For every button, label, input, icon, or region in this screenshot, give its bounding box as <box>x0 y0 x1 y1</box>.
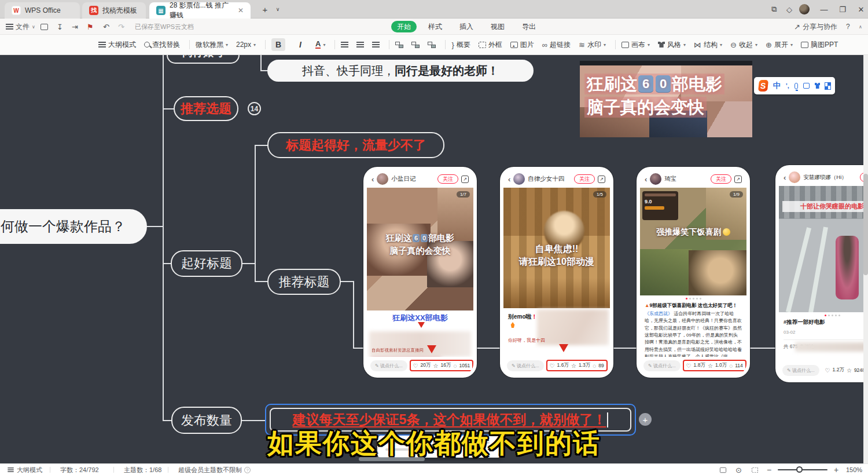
share-icon[interactable]: ↗ <box>734 176 742 183</box>
phone-screenshot-3[interactable]: ‹ 琦宝 关注 ↗ 9.0 1/9 <box>637 167 750 378</box>
collapse-button[interactable]: ⊖收起▾ <box>730 40 757 50</box>
zoom-level[interactable]: 150% <box>846 464 862 475</box>
new-tab-button[interactable]: + <box>259 0 271 19</box>
canvas-button[interactable]: 画布▾ <box>621 40 650 50</box>
like-icon[interactable]: ♡ <box>686 363 692 369</box>
align-center-button[interactable] <box>356 44 364 45</box>
collect-icon[interactable]: ☆ <box>571 363 576 369</box>
menu-start[interactable]: 开始 <box>391 21 417 32</box>
navigator-button[interactable] <box>751 464 759 475</box>
expand-button[interactable]: ⊕展开▾ <box>766 40 793 50</box>
save-button[interactable] <box>41 19 48 35</box>
node-root[interactable]: 何做一个爆款作品？ <box>0 209 147 244</box>
collect-icon[interactable]: ☆ <box>708 363 713 369</box>
node-good-title[interactable]: 起好标题 <box>171 250 242 277</box>
zoom-slider-knob[interactable] <box>796 466 803 473</box>
share-button[interactable]: ↗ 分享与协作 <box>794 19 837 35</box>
export-button[interactable]: ⇥ <box>72 19 78 35</box>
username[interactable]: 琦宝 <box>664 175 708 183</box>
menu-style[interactable]: 样式 <box>422 21 448 32</box>
font-family-select[interactable]: 微软雅黑▾ <box>196 40 228 50</box>
comment-input[interactable]: ✎ 说点什么... <box>782 365 819 376</box>
comment-input[interactable]: ✎ 说点什么... <box>370 360 407 371</box>
split-view-icon[interactable]: ⧉ <box>768 0 780 19</box>
avatar[interactable] <box>513 173 525 185</box>
hero-movie-image[interactable]: 狂刷这60部电影 脑子真的会变快 <box>580 61 752 137</box>
back-icon[interactable]: ‹ <box>372 175 374 184</box>
follow-button[interactable]: 关注 <box>437 174 458 184</box>
sogou-logo-icon[interactable]: S <box>758 80 768 92</box>
phone-screenshot-1[interactable]: ‹ 小盐日记 关注 ↗ 1/7 狂刷这60部电影 脑子真的会变快 狂刷这X <box>363 167 477 378</box>
zoom-out-button[interactable]: − <box>767 464 771 475</box>
back-icon[interactable]: ‹ <box>508 175 510 184</box>
skin-icon[interactable] <box>815 83 820 89</box>
tab-list-chevron-icon[interactable]: ∨ <box>273 0 282 19</box>
username[interactable]: 自律少女十四 <box>528 175 571 183</box>
hyperlink-button[interactable]: ∞超链接 <box>542 40 571 50</box>
username[interactable]: 安慧娜琐娜（Hi） <box>803 174 857 181</box>
vertical-scrollbar-thumb[interactable] <box>863 174 868 275</box>
phone-screenshot-4[interactable]: ‹ 安慧娜琐娜（Hi） 关注 十部让你哭瞎眼的电影 #推荐一部好电影 03-02… <box>775 165 868 382</box>
toolbox-icon[interactable] <box>825 83 830 89</box>
account-avatar[interactable] <box>799 0 810 19</box>
align-right-button[interactable] <box>372 44 380 45</box>
menu-insert[interactable]: 插入 <box>454 21 479 32</box>
add-child-button[interactable]: + <box>639 413 652 426</box>
horizontal-scrollbar[interactable] <box>359 457 425 461</box>
avatar[interactable] <box>377 173 388 185</box>
tab-active-document[interactable]: ▦ 28 影票信...钱 推广赚钱 ✕ <box>149 2 251 19</box>
frame-button[interactable]: 外框 <box>479 40 502 50</box>
back-icon[interactable]: ‹ <box>645 175 647 184</box>
italic-button[interactable]: I <box>293 38 307 51</box>
back-icon[interactable]: ‹ <box>784 173 786 182</box>
download-button[interactable]: ↧ <box>57 19 63 35</box>
close-window-button[interactable]: ✕ <box>854 0 868 19</box>
follow-button[interactable]: 关注 <box>574 174 595 184</box>
keyboard-icon[interactable] <box>803 83 810 89</box>
insert-topic-button[interactable] <box>395 42 403 48</box>
outline-mode-button[interactable]: 大纲模式 <box>98 40 136 50</box>
help-button[interactable]: ? <box>846 19 850 35</box>
menu-view[interactable]: 视图 <box>485 21 510 32</box>
close-tab-icon[interactable]: ✕ <box>238 6 244 14</box>
screenshot-button[interactable] <box>719 464 727 475</box>
phone-screenshot-2[interactable]: ‹ 自律少女十四 关注 ↗ 1/5 自卑焦虑!! 请狂刷这10部动漫 别emo啦… <box>500 167 613 378</box>
summary-button[interactable]: }概要 <box>451 40 470 50</box>
zoom-slider[interactable] <box>778 464 827 475</box>
node-title-tip[interactable]: 标题起得好，流量少不了 <box>267 132 444 158</box>
ime-toolbar[interactable]: S 中 ’, <box>754 77 835 94</box>
follow-button[interactable]: 关注 <box>711 174 731 184</box>
info-icon[interactable]: ? <box>244 467 251 473</box>
align-left-button[interactable] <box>341 44 348 45</box>
comment-input[interactable]: ✎ 说点什么... <box>507 360 544 371</box>
style-button[interactable]: 风格▾ <box>658 40 686 50</box>
ime-lang-toggle[interactable]: 中 <box>773 81 781 91</box>
share-icon[interactable]: ↗ <box>598 176 605 183</box>
zoom-in-button[interactable]: + <box>834 464 838 475</box>
undo-button[interactable]: ↶ <box>103 19 109 35</box>
collect-icon[interactable]: ☆ <box>433 363 439 369</box>
node-recommended-topics[interactable]: 推荐选题 <box>174 96 238 121</box>
format-painter-button[interactable]: ⚑ <box>87 19 94 35</box>
find-replace-button[interactable]: 查找替换 <box>144 40 180 50</box>
mindmap-canvas[interactable]: 同行账号 抖音、快手同理，同行是最好的老师！ 推荐选题 14 标题起得好，流量少… <box>0 55 868 463</box>
like-icon[interactable]: ♡ <box>825 367 830 374</box>
watermark-button[interactable]: ≋水印▾ <box>579 40 606 50</box>
node-clipped-top[interactable]: 同行账号 <box>167 55 240 64</box>
font-size-select[interactable]: 22px▾ <box>236 41 256 49</box>
comment-icon[interactable]: ◌ <box>729 363 733 369</box>
restore-button[interactable]: ❐ <box>836 0 849 19</box>
comment-icon[interactable]: ◌ <box>593 363 596 369</box>
font-color-button[interactable]: A▾ <box>315 41 325 49</box>
node-recommended-titles[interactable]: 推荐标题 <box>267 269 341 295</box>
tab-template[interactable]: 找 找稿壳模板 <box>82 2 146 19</box>
node-peer-tip[interactable]: 抖音、快手同理，同行是最好的老师！ <box>267 60 534 82</box>
comment-input[interactable]: ✎ 说点什么... <box>643 360 681 371</box>
comment-icon[interactable]: ◌ <box>453 363 457 369</box>
menu-export[interactable]: 导出 <box>516 21 542 32</box>
insert-subtopic-button[interactable] <box>411 42 420 48</box>
center-view-button[interactable]: ⊙ <box>735 464 742 475</box>
ime-punct-icon[interactable]: ’, <box>786 82 789 89</box>
file-menu[interactable]: 文件 ∨ <box>6 19 35 35</box>
share-icon[interactable]: ↗ <box>461 176 469 183</box>
